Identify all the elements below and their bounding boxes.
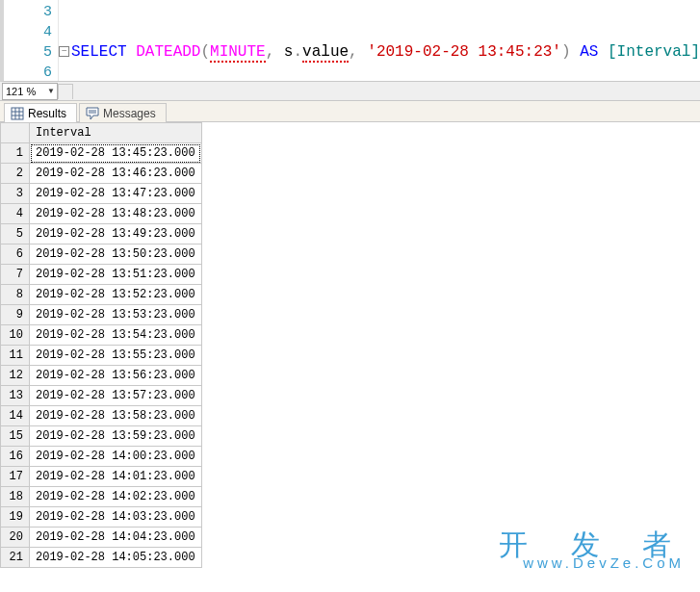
line-number: 6 — [4, 63, 52, 82]
table-row[interactable]: 22019-02-28 13:46:23.000 — [1, 164, 202, 184]
table-row[interactable]: 52019-02-28 13:49:23.000 — [1, 224, 202, 245]
zoom-value: 121 % — [6, 86, 36, 97]
row-number[interactable]: 15 — [1, 426, 30, 447]
sql-alias: [Interval] — [608, 43, 700, 61]
cell-interval[interactable]: 2019-02-28 13:56:23.000 — [30, 366, 202, 386]
table-row[interactable]: 102019-02-28 13:54:23.000 — [1, 325, 202, 346]
sql-arg: MINUTE — [210, 43, 266, 63]
row-number[interactable]: 7 — [1, 265, 30, 285]
sql-col: value — [302, 43, 349, 63]
svg-rect-0 — [12, 108, 23, 119]
line-number: 3 — [4, 2, 52, 22]
cell-interval[interactable]: 2019-02-28 14:01:23.000 — [30, 467, 202, 487]
fold-minus-icon[interactable]: − — [59, 46, 69, 57]
row-number[interactable]: 3 — [1, 184, 30, 204]
svg-marker-5 — [87, 108, 98, 119]
chevron-down-icon: ▼ — [47, 87, 57, 95]
table-row[interactable]: 162019-02-28 14:00:23.000 — [1, 447, 202, 467]
row-number[interactable]: 8 — [1, 285, 30, 305]
cell-interval[interactable]: 2019-02-28 13:48:23.000 — [30, 204, 202, 224]
results-grid[interactable]: Interval 12019-02-28 13:45:23.00022019-0… — [0, 122, 202, 568]
table-row[interactable]: 62019-02-28 13:50:23.000 — [1, 245, 202, 265]
cell-interval[interactable]: 2019-02-28 14:05:23.000 — [30, 548, 202, 568]
row-number[interactable]: 1 — [1, 143, 30, 164]
column-header-interval[interactable]: Interval — [30, 123, 202, 143]
cell-interval[interactable]: 2019-02-28 13:49:23.000 — [30, 224, 202, 245]
table-row[interactable]: 172019-02-28 14:01:23.000 — [1, 467, 202, 487]
cell-interval[interactable]: 2019-02-28 13:50:23.000 — [30, 245, 202, 265]
line-gutter: 3 4 5 6 — [4, 0, 59, 81]
table-row[interactable]: 142019-02-28 13:58:23.000 — [1, 406, 202, 426]
tab-messages-label: Messages — [103, 107, 156, 120]
table-row[interactable]: 182019-02-28 14:02:23.000 — [1, 487, 202, 507]
cell-interval[interactable]: 2019-02-28 13:52:23.000 — [30, 285, 202, 305]
table-row[interactable]: 12019-02-28 13:45:23.000 — [1, 143, 202, 164]
line-number: 4 — [4, 22, 52, 42]
row-number[interactable]: 4 — [1, 204, 30, 224]
table-row[interactable]: 112019-02-28 13:55:23.000 — [1, 346, 202, 366]
results-tabs: Results Messages — [0, 101, 700, 122]
cell-interval[interactable]: 2019-02-28 14:02:23.000 — [30, 487, 202, 507]
horizontal-scrollbar[interactable] — [58, 84, 700, 99]
row-number[interactable]: 21 — [1, 548, 30, 568]
row-number[interactable]: 10 — [1, 325, 30, 346]
cell-interval[interactable]: 2019-02-28 13:54:23.000 — [30, 325, 202, 346]
row-number[interactable]: 14 — [1, 406, 30, 426]
row-number[interactable]: 6 — [1, 245, 30, 265]
messages-icon — [86, 107, 99, 120]
code-area[interactable]: −SELECT DATEADD(MINUTE, s.value, '2019-0… — [59, 0, 700, 81]
table-row[interactable]: 82019-02-28 13:52:23.000 — [1, 285, 202, 305]
tab-results-label: Results — [28, 107, 66, 120]
sql-editor[interactable]: 3 4 5 6 −SELECT DATEADD(MINUTE, s.value,… — [0, 0, 700, 82]
row-number[interactable]: 20 — [1, 528, 30, 548]
row-number[interactable]: 16 — [1, 447, 30, 467]
row-number[interactable]: 2 — [1, 164, 30, 184]
sql-keyword: SELECT — [71, 43, 127, 61]
cell-interval[interactable]: 2019-02-28 13:59:23.000 — [30, 426, 202, 447]
row-number[interactable]: 5 — [1, 224, 30, 245]
cell-interval[interactable]: 2019-02-28 13:47:23.000 — [30, 184, 202, 204]
table-row[interactable]: 212019-02-28 14:05:23.000 — [1, 548, 202, 568]
cell-interval[interactable]: 2019-02-28 13:57:23.000 — [30, 386, 202, 406]
row-header-blank[interactable] — [1, 123, 30, 143]
table-row[interactable]: 32019-02-28 13:47:23.000 — [1, 184, 202, 204]
table-row[interactable]: 202019-02-28 14:04:23.000 — [1, 528, 202, 548]
cell-interval[interactable]: 2019-02-28 14:00:23.000 — [30, 447, 202, 467]
sql-string: '2019-02-28 13:45:23' — [367, 43, 561, 61]
cell-interval[interactable]: 2019-02-28 14:03:23.000 — [30, 507, 202, 528]
cell-interval[interactable]: 2019-02-28 14:04:23.000 — [30, 528, 202, 548]
table-row[interactable]: 72019-02-28 13:51:23.000 — [1, 265, 202, 285]
row-number[interactable]: 11 — [1, 346, 30, 366]
table-row[interactable]: 42019-02-28 13:48:23.000 — [1, 204, 202, 224]
cell-interval[interactable]: 2019-02-28 13:55:23.000 — [30, 346, 202, 366]
row-number[interactable]: 12 — [1, 366, 30, 386]
row-number[interactable]: 17 — [1, 467, 30, 487]
cell-interval[interactable]: 2019-02-28 13:46:23.000 — [30, 164, 202, 184]
table-row[interactable]: 122019-02-28 13:56:23.000 — [1, 366, 202, 386]
table-row[interactable]: 132019-02-28 13:57:23.000 — [1, 386, 202, 406]
results-panel: Interval 12019-02-28 13:45:23.00022019-0… — [0, 122, 700, 568]
cell-interval[interactable]: 2019-02-28 13:45:23.000 — [30, 143, 202, 164]
table-row[interactable]: 92019-02-28 13:53:23.000 — [1, 305, 202, 325]
cell-interval[interactable]: 2019-02-28 13:51:23.000 — [30, 265, 202, 285]
table-row[interactable]: 152019-02-28 13:59:23.000 — [1, 426, 202, 447]
cell-interval[interactable]: 2019-02-28 13:58:23.000 — [30, 406, 202, 426]
row-number[interactable]: 13 — [1, 386, 30, 406]
table-row[interactable]: 192019-02-28 14:03:23.000 — [1, 507, 202, 528]
sql-function: DATEADD — [136, 43, 200, 61]
grid-icon — [11, 107, 24, 120]
row-number[interactable]: 19 — [1, 507, 30, 528]
line-number: 5 — [4, 42, 52, 63]
row-number[interactable]: 9 — [1, 305, 30, 325]
row-number[interactable]: 18 — [1, 487, 30, 507]
cell-interval[interactable]: 2019-02-28 13:53:23.000 — [30, 305, 202, 325]
tab-results[interactable]: Results — [4, 103, 77, 122]
tab-messages[interactable]: Messages — [79, 103, 167, 122]
zoom-combo[interactable]: 121 % ▼ — [2, 83, 58, 100]
zoom-bar: 121 % ▼ — [0, 82, 700, 101]
